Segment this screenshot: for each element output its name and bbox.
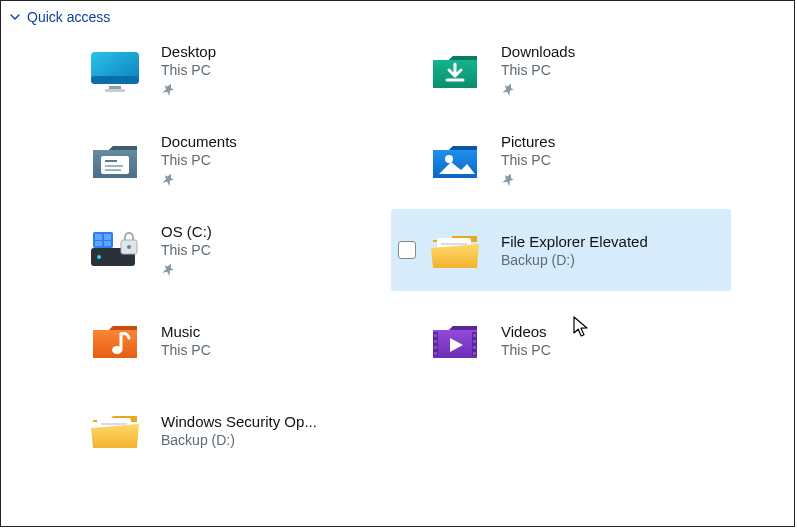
svg-rect-31 xyxy=(473,340,476,343)
svg-point-9 xyxy=(445,155,453,163)
pin-icon xyxy=(501,172,555,188)
item-name: Pictures xyxy=(501,133,555,150)
quick-access-item[interactable]: File Explorer ElevatedBackup (D:) xyxy=(391,209,731,291)
quick-access-item[interactable]: VideosThis PC xyxy=(391,299,731,381)
svg-rect-15 xyxy=(95,241,102,246)
svg-rect-26 xyxy=(434,334,437,337)
checkbox-slot xyxy=(397,241,417,259)
svg-rect-13 xyxy=(95,234,102,240)
quick-access-header[interactable]: Quick access xyxy=(1,1,794,29)
item-labels: DocumentsThis PC xyxy=(161,133,237,188)
svg-point-23 xyxy=(112,346,122,354)
svg-rect-32 xyxy=(473,346,476,349)
quick-access-item[interactable]: MusicThis PC xyxy=(51,299,391,381)
downloads-icon xyxy=(423,41,487,99)
explorer-content-pane: { "section": { "title": "Quick access" }… xyxy=(0,0,795,527)
item-name: Videos xyxy=(501,323,551,340)
item-location: Backup (D:) xyxy=(161,432,317,448)
item-labels: DownloadsThis PC xyxy=(501,43,575,98)
item-location: This PC xyxy=(161,62,216,78)
svg-rect-2 xyxy=(109,86,121,89)
item-labels: DesktopThis PC xyxy=(161,43,216,98)
svg-rect-33 xyxy=(473,352,476,355)
svg-rect-16 xyxy=(104,241,111,246)
item-name: Music xyxy=(161,323,211,340)
selection-checkbox[interactable] xyxy=(398,241,416,259)
item-location: Backup (D:) xyxy=(501,252,648,268)
item-labels: Windows Security Op...Backup (D:) xyxy=(161,413,317,448)
videos-icon xyxy=(423,311,487,369)
item-location: This PC xyxy=(501,152,555,168)
item-name: Desktop xyxy=(161,43,216,60)
folder-files-icon xyxy=(83,401,147,459)
item-location: This PC xyxy=(501,62,575,78)
folder-files-icon xyxy=(423,221,487,279)
svg-rect-28 xyxy=(434,346,437,349)
items-area: DesktopThis PC DownloadsThis PC Document… xyxy=(1,29,794,471)
svg-rect-30 xyxy=(473,334,476,337)
pin-icon xyxy=(161,262,212,278)
item-labels: File Explorer ElevatedBackup (D:) xyxy=(501,233,648,268)
svg-rect-14 xyxy=(104,234,111,240)
quick-access-item[interactable]: Windows Security Op...Backup (D:) xyxy=(51,389,391,471)
pin-icon xyxy=(161,82,216,98)
item-labels: OS (C:)This PC xyxy=(161,223,212,278)
pin-icon xyxy=(161,172,237,188)
pictures-icon xyxy=(423,131,487,189)
item-labels: VideosThis PC xyxy=(501,323,551,358)
drive-icon xyxy=(83,221,147,279)
item-location: This PC xyxy=(161,152,237,168)
section-title: Quick access xyxy=(27,9,110,25)
music-icon xyxy=(83,311,147,369)
item-labels: PicturesThis PC xyxy=(501,133,555,188)
quick-access-item[interactable]: DocumentsThis PC xyxy=(51,119,391,201)
quick-access-item[interactable]: PicturesThis PC xyxy=(391,119,731,201)
item-name: File Explorer Elevated xyxy=(501,233,648,250)
desktop-icon xyxy=(83,41,147,99)
svg-rect-29 xyxy=(434,352,437,355)
pin-icon xyxy=(501,82,575,98)
item-location: This PC xyxy=(501,342,551,358)
svg-rect-1 xyxy=(91,76,139,84)
svg-rect-27 xyxy=(434,340,437,343)
item-name: Downloads xyxy=(501,43,575,60)
item-name: Documents xyxy=(161,133,237,150)
item-name: OS (C:) xyxy=(161,223,212,240)
item-labels: MusicThis PC xyxy=(161,323,211,358)
svg-point-11 xyxy=(97,255,101,259)
item-location: This PC xyxy=(161,342,211,358)
quick-access-item[interactable]: DesktopThis PC xyxy=(51,29,391,111)
quick-access-item[interactable]: OS (C:)This PC xyxy=(51,209,391,291)
svg-point-18 xyxy=(127,245,131,249)
item-location: This PC xyxy=(161,242,212,258)
documents-icon xyxy=(83,131,147,189)
chevron-down-icon xyxy=(9,11,21,23)
item-name: Windows Security Op... xyxy=(161,413,317,430)
quick-access-item[interactable]: DownloadsThis PC xyxy=(391,29,731,111)
svg-rect-3 xyxy=(105,89,125,92)
